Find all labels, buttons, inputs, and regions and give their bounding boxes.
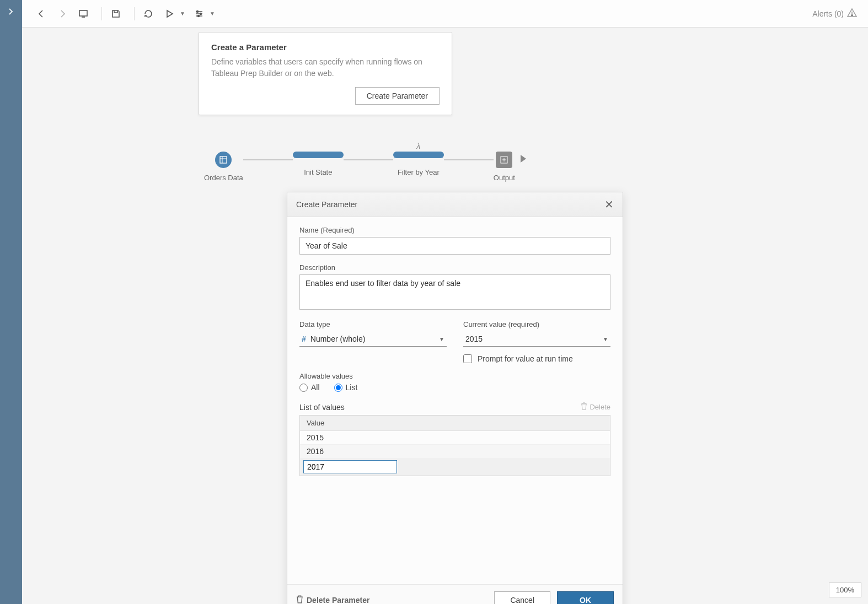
dialog-header: Create Parameter ✕ xyxy=(287,192,623,217)
current-value-select[interactable]: 2015 ▼ xyxy=(463,331,610,347)
close-icon[interactable]: ✕ xyxy=(604,198,614,211)
node-output[interactable]: Output xyxy=(494,152,515,182)
svg-rect-5 xyxy=(220,157,227,163)
current-value-label: Current value (required) xyxy=(463,320,610,328)
connector xyxy=(344,159,393,160)
delete-parameter-button[interactable]: Delete Parameter xyxy=(296,595,369,604)
datasource-icon xyxy=(215,152,232,168)
trash-icon xyxy=(581,402,587,412)
allow-list-radio[interactable] xyxy=(334,384,342,392)
dialog-footer: Delete Parameter Cancel OK xyxy=(287,584,623,604)
chevron-right-icon xyxy=(8,8,14,17)
chevron-down-icon: ▼ xyxy=(603,336,608,342)
number-type-icon: # xyxy=(302,335,306,343)
separator xyxy=(101,7,102,20)
presentation-button[interactable] xyxy=(75,6,92,22)
back-button[interactable] xyxy=(33,6,50,22)
cancel-button[interactable]: Cancel xyxy=(494,591,550,604)
connector xyxy=(243,159,293,160)
dialog-body: Name (Required) Description Data type # … xyxy=(287,217,623,584)
value-column-header: Value xyxy=(300,416,610,431)
step-pill xyxy=(293,152,344,158)
settings-dropdown-caret-icon[interactable]: ▼ xyxy=(210,10,215,17)
warning-icon xyxy=(847,8,857,19)
value-row-editing[interactable] xyxy=(300,459,610,476)
settings-button[interactable] xyxy=(191,6,207,22)
description-input[interactable] xyxy=(299,274,610,310)
tooltip-body: Define variables that users can specify … xyxy=(211,56,440,79)
delete-list-button: Delete xyxy=(581,402,610,412)
trash-icon xyxy=(296,595,303,604)
data-type-value: Number (whole) xyxy=(310,335,366,343)
node-filter-by-year[interactable]: λ Filter by Year xyxy=(393,152,444,176)
create-parameter-dialog: Create Parameter ✕ Name (Required) Descr… xyxy=(287,192,623,604)
left-gutter[interactable] xyxy=(0,0,22,604)
svg-point-4 xyxy=(851,15,853,16)
run-step-icon[interactable] xyxy=(521,155,526,163)
description-label: Description xyxy=(299,263,610,272)
prompt-checkbox[interactable] xyxy=(463,354,472,363)
alerts-indicator[interactable]: Alerts (0) xyxy=(812,8,857,19)
data-type-select[interactable]: # Number (whole) ▼ xyxy=(299,331,447,347)
value-row[interactable]: 2015 xyxy=(300,431,610,445)
name-input[interactable] xyxy=(299,237,610,255)
prompt-label: Prompt for value at run time xyxy=(478,354,573,363)
forward-button[interactable] xyxy=(54,6,71,22)
run-button[interactable] xyxy=(161,6,178,22)
values-table: Value 2015 2016 xyxy=(299,415,610,476)
name-label: Name (Required) xyxy=(299,226,610,234)
connector xyxy=(444,159,494,160)
svg-point-3 xyxy=(197,15,199,17)
current-value: 2015 xyxy=(465,335,483,343)
node-init-state[interactable]: Init State xyxy=(293,152,344,176)
chevron-down-icon: ▼ xyxy=(439,336,444,342)
value-row[interactable]: 2016 xyxy=(300,445,610,459)
run-dropdown-caret-icon[interactable]: ▼ xyxy=(180,10,185,17)
allowable-values-label: Allowable values xyxy=(299,372,610,380)
value-input[interactable] xyxy=(303,460,397,473)
tooltip-title: Create a Parameter xyxy=(211,42,440,52)
node-orders-data[interactable]: Orders Data xyxy=(204,152,243,182)
toolbar: ▼ ▼ Alerts (0) xyxy=(22,0,868,28)
create-parameter-tooltip: Create a Parameter Define variables that… xyxy=(199,32,452,115)
allow-all-radio[interactable] xyxy=(299,384,308,392)
create-parameter-button[interactable]: Create Parameter xyxy=(355,87,440,105)
data-type-label: Data type xyxy=(299,320,447,328)
svg-point-2 xyxy=(200,13,201,14)
list-of-values-label: List of values xyxy=(299,403,581,412)
separator xyxy=(134,7,135,20)
ok-button[interactable]: OK xyxy=(557,591,614,604)
allow-list-radio-label[interactable]: List xyxy=(334,383,358,392)
parameter-indicator-icon: λ xyxy=(416,142,420,150)
svg-point-1 xyxy=(196,10,198,12)
save-button[interactable] xyxy=(108,6,124,22)
dialog-title: Create Parameter xyxy=(296,200,357,209)
canvas: Create a Parameter Define variables that… xyxy=(22,28,868,604)
step-pill xyxy=(393,152,444,158)
alerts-label: Alerts (0) xyxy=(812,9,844,18)
flow: Orders Data Init State λ Filter by Year … xyxy=(22,152,868,182)
zoom-indicator[interactable]: 100% xyxy=(829,583,861,597)
allow-all-radio-label[interactable]: All xyxy=(299,383,320,392)
svg-rect-0 xyxy=(79,10,87,16)
output-icon xyxy=(496,152,512,168)
refresh-button[interactable] xyxy=(140,6,157,22)
